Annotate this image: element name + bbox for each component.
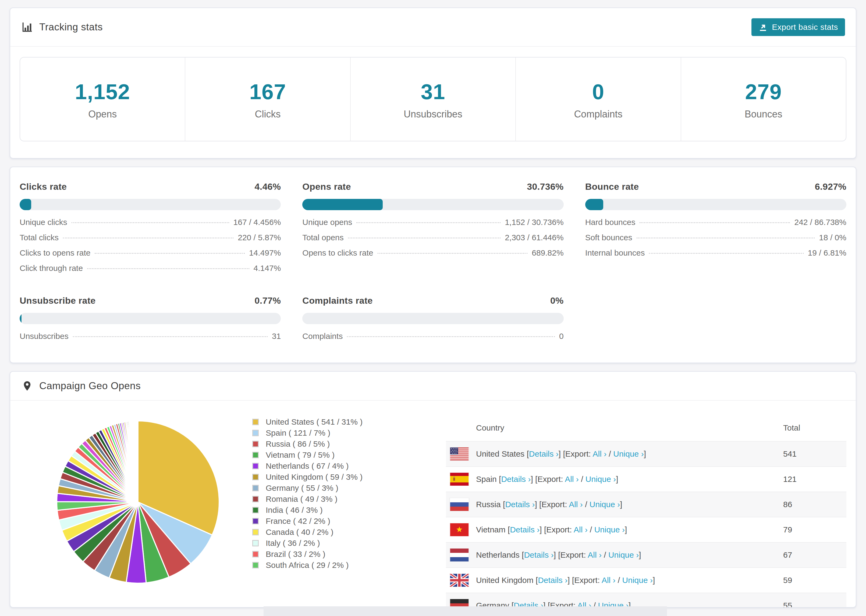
progress-bar-fill: [20, 313, 22, 324]
country-cell: United States [Details ›] [Export: All ›…: [476, 449, 646, 459]
stat-label: Opens: [20, 108, 185, 120]
legend-item-united-kingdom[interactable]: United Kingdom ( 59 / 3% ): [252, 471, 419, 482]
dotted-leader: [347, 336, 555, 337]
legend-label: Vietnam ( 79 / 5% ): [266, 451, 335, 460]
export-unique-link[interactable]: Unique ›: [586, 475, 616, 484]
legend-swatch: [252, 452, 259, 458]
legend-swatch: [252, 529, 259, 535]
legend-item-vietnam[interactable]: Vietnam ( 79 / 5% ): [252, 449, 419, 460]
details-link[interactable]: Details ›: [529, 449, 559, 458]
rates-row-1: Clicks rate4.46%Unique clicks167 / 4.456…: [20, 181, 846, 279]
rate-header: Opens rate30.736%: [302, 181, 564, 192]
bracket: [: [497, 475, 501, 484]
export-unique-link[interactable]: Unique ›: [608, 550, 639, 559]
legend-item-india[interactable]: India ( 46 / 3% ): [252, 504, 419, 515]
legend-item-italy[interactable]: Italy ( 36 / 2% ): [252, 537, 419, 548]
export-unique-link[interactable]: Unique ›: [622, 576, 653, 585]
rate-title: Unsubscribe rate: [20, 295, 96, 306]
export-unique-link[interactable]: Unique ›: [613, 449, 644, 458]
legend-label: Netherlands ( 67 / 4% ): [266, 462, 348, 471]
campaign-geo-opens-card: Campaign Geo Opens United States ( 541 /…: [10, 371, 856, 608]
slash: /: [583, 500, 589, 509]
rate-block-unsubscribe-rate: Unsubscribe rate0.77%Unsubscribes31: [20, 295, 281, 347]
stat-detail-row: Unsubscribes31: [20, 332, 281, 347]
tracking-stats-header: Tracking stats Export basic stats: [10, 8, 856, 47]
export-all-link[interactable]: All ›: [569, 500, 583, 509]
legend-item-canada[interactable]: Canada ( 40 / 2% ): [252, 526, 419, 537]
bracket: ] [: [540, 525, 546, 534]
rate-block-clicks-rate: Clicks rate4.46%Unique clicks167 / 4.456…: [20, 181, 281, 279]
rate-detail-rows: Hard bounces242 / 86.738%Soft bounces18 …: [585, 218, 846, 264]
legend-item-netherlands[interactable]: Netherlands ( 67 / 4% ): [252, 460, 419, 471]
rate-block-bounce-rate: Bounce rate6.927%Hard bounces242 / 86.73…: [585, 181, 846, 279]
export-all-link[interactable]: All ›: [587, 550, 601, 559]
country-cell: Netherlands [Details ›] [Export: All › /…: [476, 550, 641, 559]
stat-detail-row: Click through rate4.147%: [20, 264, 281, 279]
legend-label: South Africa ( 29 / 2% ): [266, 561, 348, 570]
export-all-link[interactable]: All ›: [565, 475, 579, 484]
legend-swatch: [252, 463, 259, 469]
stat-detail-value: 31: [272, 332, 281, 341]
summary-stat-opens: 1,152Opens: [20, 58, 185, 141]
stat-detail-value: 4.147%: [254, 264, 281, 273]
details-link[interactable]: Details ›: [510, 525, 540, 534]
progress-bar: [20, 199, 281, 210]
country-cell: Spain [Details ›] [Export: All › / Uniqu…: [476, 475, 618, 484]
legend-item-south-africa[interactable]: South Africa ( 29 / 2% ): [252, 559, 419, 570]
stat-detail-value: 167 / 4.456%: [233, 218, 281, 227]
stat-label: Complaints: [516, 108, 680, 120]
bracket: ] [: [559, 449, 565, 458]
details-link[interactable]: Details ›: [538, 576, 567, 585]
export-unique-link[interactable]: Unique ›: [589, 500, 620, 509]
legend-label: United Kingdom ( 59 / 3% ): [266, 473, 362, 482]
page-title: Tracking stats: [39, 22, 103, 33]
details-link[interactable]: Details ›: [505, 500, 535, 509]
legend-label: Italy ( 36 / 2% ): [266, 539, 320, 548]
map-pin-icon: [21, 380, 33, 392]
export-basic-stats-button[interactable]: Export basic stats: [751, 18, 845, 36]
export-all-link[interactable]: All ›: [593, 449, 607, 458]
slash: /: [579, 475, 586, 484]
legend-item-united-states[interactable]: United States ( 541 / 31% ): [252, 416, 419, 427]
stat-value: 31: [351, 81, 515, 103]
stat-detail-label: Opens to clicks rate: [302, 248, 373, 258]
geo-opens-pie-chart[interactable]: [50, 415, 225, 589]
stat-detail-label: Unique clicks: [20, 218, 67, 227]
flag-es-icon: [450, 473, 469, 486]
stat-detail-value: 220 / 5.87%: [238, 233, 281, 242]
table-row-us: United States [Details ›] [Export: All ›…: [446, 441, 846, 466]
stat-detail-row: Hard bounces242 / 86.738%: [585, 218, 846, 233]
rates-card: Clicks rate4.46%Unique clicks167 / 4.456…: [10, 167, 856, 363]
stat-detail-row: Soft bounces18 / 0%: [585, 233, 846, 248]
table-row-vn: Vietnam [Details ›] [Export: All › / Uni…: [446, 517, 846, 542]
legend-item-brazil[interactable]: Brazil ( 33 / 2% ): [252, 548, 419, 559]
bracket: ]: [644, 449, 646, 458]
legend-item-france[interactable]: France ( 42 / 2% ): [252, 515, 419, 526]
legend-item-romania[interactable]: Romania ( 49 / 3% ): [252, 493, 419, 504]
export-all-link[interactable]: All ›: [601, 576, 616, 585]
details-link[interactable]: Details ›: [501, 475, 531, 484]
legend-item-germany[interactable]: Germany ( 55 / 3% ): [252, 482, 419, 493]
export-unique-link[interactable]: Unique ›: [594, 525, 625, 534]
legend-item-spain[interactable]: Spain ( 121 / 7% ): [252, 427, 419, 438]
flag-nl-icon: [450, 548, 469, 561]
details-link[interactable]: Details ›: [524, 550, 553, 559]
dotted-leader: [87, 268, 249, 269]
rate-block-opens-rate: Opens rate30.736%Unique opens1,152 / 30.…: [302, 181, 564, 279]
export-label: Export:: [537, 475, 565, 484]
legend-label: Spain ( 121 / 7% ): [266, 428, 330, 438]
total-cell: 55: [783, 601, 846, 608]
progress-bar-fill: [585, 199, 603, 210]
stat-label: Unsubscribes: [351, 108, 515, 120]
country-cell: Russia [Details ›] [Export: All › / Uniq…: [476, 500, 622, 509]
legend-label: Canada ( 40 / 2% ): [266, 528, 334, 537]
summary-stat-unsubscribes: 31Unsubscribes: [350, 58, 515, 141]
legend-label: France ( 42 / 2% ): [266, 517, 330, 526]
export-all-link[interactable]: All ›: [574, 525, 587, 534]
pie-slice-other-48[interactable]: [138, 421, 138, 502]
total-cell: 121: [783, 475, 846, 484]
stat-detail-label: Unsubscribes: [20, 332, 69, 341]
stat-detail-value: 689.82%: [532, 248, 564, 258]
legend-label: Germany ( 55 / 3% ): [266, 484, 339, 493]
legend-item-russia[interactable]: Russia ( 86 / 5% ): [252, 438, 419, 449]
